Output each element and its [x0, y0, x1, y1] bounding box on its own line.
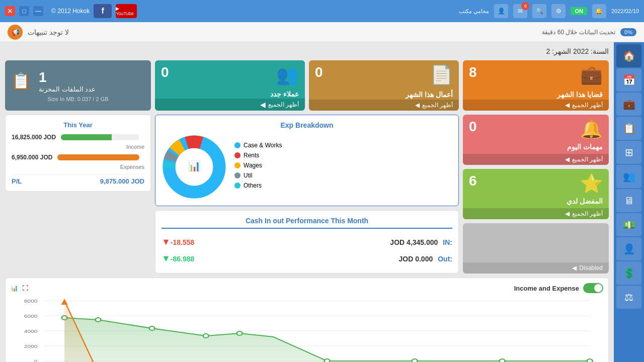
works-widget[interactable]: 0 📄 أعمال هذا الشهر ◀ أظهر الجميع	[309, 60, 459, 111]
cash-out-label: Out:	[438, 255, 452, 263]
file-size: Size In MB: 0.037 / 2 GB	[11, 96, 145, 102]
sidebar-item-calendar[interactable]: 📅	[616, 68, 641, 92]
income-bar	[61, 134, 112, 140]
sidebar-item-users[interactable]: 👥	[616, 165, 641, 188]
tasks-footer-arrow: ◀	[565, 156, 570, 163]
sidebar-item-dollar[interactable]: 💲	[616, 261, 641, 285]
expense-bar-wrap	[57, 154, 139, 160]
cash-out-arrow: ▼	[162, 253, 171, 264]
income-point	[237, 331, 243, 335]
sidebar-item-table[interactable]: ⊞	[616, 141, 641, 164]
expense-point	[61, 299, 67, 305]
cases-widget[interactable]: 8 💼 قضايا هذا الشهر ◀ أظهر الجميع	[463, 60, 609, 111]
customers-widget[interactable]: 0 👥 عملاء جدد ◀ أظهر الجميع	[155, 60, 305, 111]
customers-footer-label: أظهر الجميع	[268, 101, 299, 108]
sidebar-item-person[interactable]: 👤	[616, 237, 641, 260]
cases-count: 8	[469, 64, 477, 80]
sidebar-right: 🏠 📅 💼 📋 ⊞ 👥 🖥 💵 👤 💲 ⚖	[614, 42, 644, 362]
favorites-footer-arrow: ◀	[565, 210, 570, 217]
pl-label: P/L	[12, 177, 22, 185]
cash-in-jod: JOD 4,345.000	[390, 238, 438, 246]
works-footer-arrow: ◀	[415, 102, 420, 109]
legend-dot-util	[234, 172, 240, 178]
customers-label: عملاء جدد	[270, 90, 299, 98]
favorites-widget[interactable]: 6 ⭐ المفضل لدي ◀ أظهر الجميع	[463, 169, 609, 219]
disabled-widget: ◀ Disabled	[463, 223, 609, 274]
youtube-icon[interactable]: ▶ YouTube	[116, 4, 137, 18]
minimize-button[interactable]: —	[33, 6, 43, 16]
legend-label-wages: Wages	[244, 162, 262, 169]
income-bar-wrap	[61, 134, 139, 140]
tasks-count: 0	[469, 119, 477, 135]
disabled-footer-label: Disabled	[579, 264, 603, 272]
sidebar-item-money[interactable]: 💵	[616, 213, 641, 236]
percentage-badge: 0%	[620, 28, 636, 36]
sidebar-item-briefcase[interactable]: 💼	[616, 93, 641, 116]
file-widget: 📋 1 عدد الملفات المخزنة Size In MB: 0.03…	[5, 60, 151, 111]
customers-icon: 👥	[276, 64, 299, 85]
expense-row: 6,950.000 JOD	[12, 154, 144, 161]
no-notification-text: لا توجد تنبيهات	[28, 28, 69, 36]
bottom-chart-box: 📊 ⛶ Income and Expense 8000	[5, 278, 609, 362]
bell-icon[interactable]: 🔔	[592, 4, 606, 18]
facebook-icon[interactable]: f	[94, 4, 112, 18]
chart-toggle[interactable]	[583, 283, 603, 293]
legend-label-others: Others	[244, 182, 262, 189]
income-point	[587, 359, 593, 362]
on-badge[interactable]: ON	[571, 7, 587, 15]
tasks-icon: 🔔	[580, 119, 603, 140]
svg-text:2000: 2000	[24, 344, 38, 349]
top-bar-right: محامي مكتب 👤 ✉ 6 🔍 ⚙ ON 🔔 2022/02/10	[459, 4, 639, 18]
chart-icons-left: 📊 ⛶	[11, 285, 28, 292]
donut-chart: 📊	[162, 134, 227, 200]
maximize-button[interactable]: □	[19, 6, 29, 16]
settings-icon[interactable]: ⚙	[551, 4, 566, 18]
income-point	[96, 318, 101, 322]
middle-row: This Year 16,825.000 JOD Income 6,950.00…	[5, 115, 609, 274]
income-value: 16,825.000 JOD	[12, 134, 56, 141]
legend-items: Case & Works Rents Wages	[234, 142, 452, 192]
user-label: محامي مكتب	[459, 8, 489, 15]
customers-footer-arrow: ◀	[260, 101, 266, 109]
year-month-label: السنة: 2022 الشهر: 2	[546, 47, 609, 55]
works-footer-label: أظهر الجميع	[422, 102, 453, 109]
file-count: 1	[39, 69, 96, 85]
sidebar-item-scale[interactable]: ⚖	[616, 286, 641, 309]
refresh-label: تحديث البيانات خلال 60 دقيقة	[542, 29, 615, 36]
legend-label-case: Case & Works	[244, 142, 282, 149]
expense-bar	[57, 154, 139, 160]
sidebar-item-home[interactable]: 🏠	[616, 44, 641, 67]
mail-wrapper: ✉ 6	[513, 4, 527, 18]
search-icon[interactable]: 🔍	[532, 4, 546, 18]
mail-badge: 6	[521, 2, 529, 10]
year-month-bar: السنة: 2022 الشهر: 2	[5, 47, 609, 55]
tasks-widget[interactable]: 0 🔔 مهمات اليوم ◀ أظهر الجميع	[463, 115, 609, 165]
income-point	[412, 359, 418, 362]
cash-in-arrow: ▼	[162, 237, 171, 247]
content-area: السنة: 2022 الشهر: 2 📋 1 عدد الملفات الم…	[0, 42, 614, 362]
cases-icon: 💼	[580, 64, 603, 85]
works-icon: 📄	[430, 64, 453, 85]
cash-out-neg: -86.988	[171, 255, 194, 263]
close-button[interactable]: ✕	[5, 6, 15, 16]
income-point	[203, 334, 209, 338]
cases-label: قضايا هذا الشهر	[557, 90, 603, 99]
chart-expand-icon[interactable]: ⛶	[22, 285, 28, 292]
favorites-footer-label: أظهر الجميع	[572, 210, 603, 217]
user-icon[interactable]: 👤	[494, 4, 508, 18]
cases-footer-label: أظهر الجميع	[572, 102, 603, 109]
copyright-label: © 2012 Hokok	[51, 8, 90, 15]
cash-out-jod: JOD 0.000	[399, 255, 433, 263]
svg-text:0: 0	[34, 359, 38, 362]
cash-title: Cash In out Performance This Month	[162, 217, 452, 229]
works-label: أعمال هذا الشهر	[406, 90, 453, 99]
left-col: This Year 16,825.000 JOD Income 6,950.00…	[5, 115, 151, 274]
income-label: Income	[12, 144, 144, 150]
income-area	[64, 318, 590, 362]
widgets-row: 📋 1 عدد الملفات المخزنة Size In MB: 0.03…	[5, 60, 609, 111]
sidebar-item-monitor[interactable]: 🖥	[616, 189, 641, 212]
sidebar-item-tasks[interactable]: 📋	[616, 117, 641, 140]
top-bar-left: ✕ □ — © 2012 Hokok f ▶ YouTube	[5, 4, 137, 18]
chart-title: Income and Expense	[514, 285, 579, 292]
exp-breakdown-box: Exp Breakdown	[155, 115, 459, 206]
